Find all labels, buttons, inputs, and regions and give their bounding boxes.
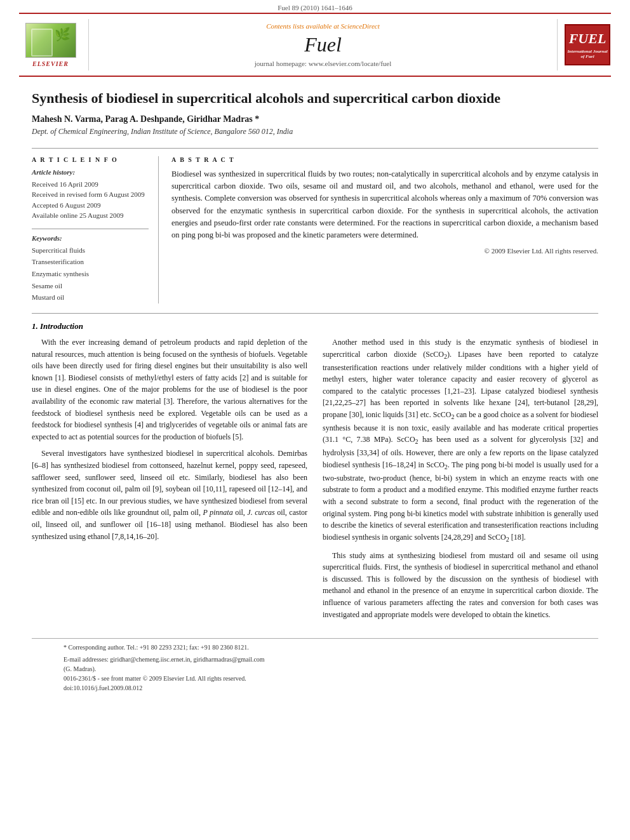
fuel-logo-subtitle: International Journalof Fuel (567, 49, 607, 60)
sciencedirect-prefix: Contents lists available at (266, 22, 340, 30)
footnote-1: * Corresponding author. Tel.: +91 80 229… (64, 643, 566, 652)
intro-left-p1: With the ever increasing demand of petro… (32, 337, 307, 443)
journal-center: Contents lists available at ScienceDirec… (89, 19, 557, 70)
keyword-4: Sesame oil (32, 280, 149, 292)
article-received: Received 16 April 2009 (32, 179, 149, 190)
keywords-label: Keywords: (32, 229, 149, 242)
article-affiliation: Dept. of Chemical Engineering, Indian In… (32, 127, 598, 137)
footnote-5: doi:10.1016/j.fuel.2009.08.012 (64, 683, 566, 693)
intro-right-col: Another method used in this study is the… (323, 337, 598, 625)
citation-text: Fuel 89 (2010) 1641–1646 (278, 4, 352, 11)
sciencedirect-name[interactable]: ScienceDirect (341, 22, 380, 30)
citation-bar: Fuel 89 (2010) 1641–1646 (0, 0, 630, 13)
intro-section-title: 1. Introduction (32, 321, 598, 331)
elsevier-logo-image (25, 23, 76, 58)
journal-homepage: journal homepage: www.elsevier.com/locat… (255, 60, 392, 67)
article-info-abstract: A R T I C L E I N F O Article history: R… (32, 148, 598, 303)
footnote-2: E-mail addresses: giridhar@chemeng.iisc.… (64, 655, 566, 664)
elsevier-label: ELSEVIER (32, 60, 69, 67)
article-accepted: Accepted 6 August 2009 (32, 200, 149, 211)
article-content: Synthesis of biodiesel in supercritical … (0, 77, 630, 709)
keyword-3: Enzymatic synthesis (32, 268, 149, 280)
fuel-logo-right: FUEL International Journalof Fuel (557, 19, 611, 70)
abstract-text: Biodiesel was synthesized in supercritic… (171, 168, 598, 242)
elsevier-logo: ELSEVIER (19, 19, 89, 70)
footnote-4: 0016-2361/$ - see front matter © 2009 El… (64, 674, 566, 683)
abstract-col: A B S T R A C T Biodiesel was synthesize… (171, 156, 598, 303)
abstract-heading: A B S T R A C T (171, 156, 598, 163)
intro-right-p1: Another method used in this study is the… (323, 337, 598, 545)
journal-header: ELSEVIER Contents lists available at Sci… (19, 13, 611, 77)
page-wrapper: Fuel 89 (2010) 1641–1646 ELSEVIER Conten… (0, 0, 630, 709)
body-section: 1. Introduction With the ever increasing… (32, 313, 598, 625)
article-info-col: A R T I C L E I N F O Article history: R… (32, 156, 159, 303)
article-revised: Received in revised form 6 August 2009 (32, 189, 149, 200)
fuel-logo-box: FUEL International Journalof Fuel (565, 24, 610, 65)
sciencedirect-link: Contents lists available at ScienceDirec… (266, 22, 380, 30)
page-footer: * Corresponding author. Tel.: +91 80 229… (32, 638, 598, 697)
article-info-heading: A R T I C L E I N F O (32, 156, 149, 163)
keyword-5: Mustard oil (32, 291, 149, 303)
article-available: Available online 25 August 2009 (32, 210, 149, 221)
article-authors: Mahesh N. Varma, Parag A. Deshpande, Gir… (32, 114, 598, 124)
intro-left-col: With the ever increasing demand of petro… (32, 337, 307, 625)
journal-name: Fuel (304, 33, 342, 57)
copyright: © 2009 Elsevier Ltd. All rights reserved… (171, 247, 598, 255)
article-title: Synthesis of biodiesel in supercritical … (32, 90, 598, 108)
fuel-logo-text: FUEL (569, 30, 607, 47)
keyword-1: Supercritical fluids (32, 244, 149, 257)
intro-right-p2: This study aims at synthesizing biodiese… (323, 550, 598, 621)
keyword-2: Transesterification (32, 256, 149, 268)
section-title-text: Introduction (40, 321, 83, 331)
footnote-3: (G. Madras). (64, 664, 566, 674)
intro-left-p2: Several investigators have synthesized b… (32, 448, 307, 542)
section-number: 1. (32, 321, 38, 331)
intro-two-col: With the ever increasing demand of petro… (32, 337, 598, 625)
article-history-label: Article history: (32, 168, 149, 176)
